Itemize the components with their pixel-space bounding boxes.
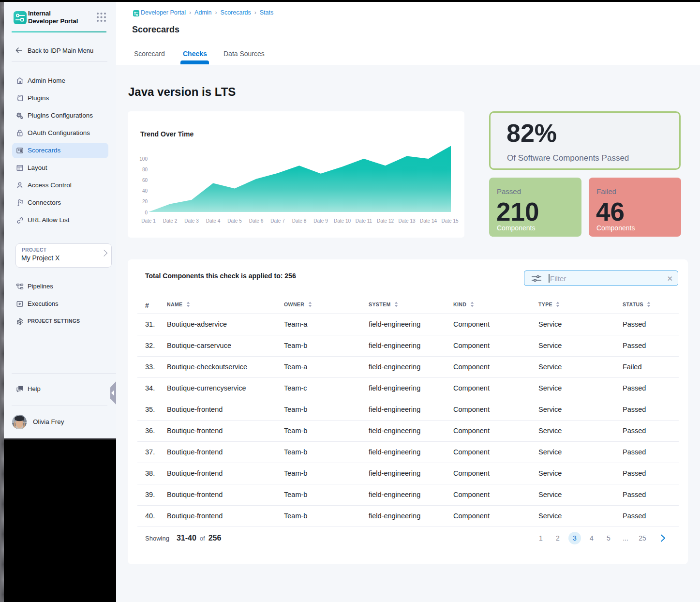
svg-text:100: 100 <box>139 156 148 162</box>
svg-text:Date 13: Date 13 <box>398 218 415 224</box>
svg-text:Date 11: Date 11 <box>356 218 372 224</box>
svg-text:Date 2: Date 2 <box>163 218 178 224</box>
svg-text:20: 20 <box>142 199 148 204</box>
svg-text:Date 12: Date 12 <box>377 218 394 224</box>
svg-text:Date 9: Date 9 <box>313 218 328 224</box>
svg-text:Date 7: Date 7 <box>270 218 285 224</box>
svg-text:Date 1: Date 1 <box>141 218 156 224</box>
svg-text:80: 80 <box>142 167 148 172</box>
svg-text:Date 6: Date 6 <box>249 218 264 224</box>
svg-text:Date 5: Date 5 <box>227 218 242 224</box>
svg-text:Date 10: Date 10 <box>334 218 351 224</box>
svg-text:40: 40 <box>142 188 148 194</box>
svg-text:Date 8: Date 8 <box>292 218 307 224</box>
svg-text:Date 4: Date 4 <box>206 218 221 224</box>
svg-text:Date 3: Date 3 <box>184 218 199 224</box>
svg-text:0: 0 <box>145 210 148 215</box>
svg-text:Date 14: Date 14 <box>420 218 437 224</box>
svg-text:60: 60 <box>142 178 148 183</box>
svg-text:Date 15: Date 15 <box>441 218 458 224</box>
